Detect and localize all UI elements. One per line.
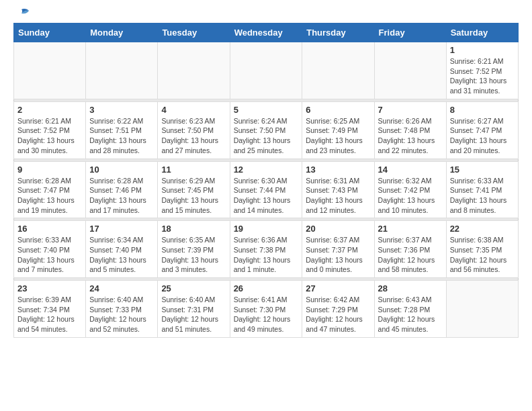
day-info: Sunrise: 6:33 AMSunset: 7:40 PMDaylight:… (17, 235, 82, 275)
calendar-week-row: 9Sunrise: 6:28 AMSunset: 7:47 PMDaylight… (14, 161, 519, 218)
day-info: Sunrise: 6:42 AMSunset: 7:29 PMDaylight:… (306, 295, 370, 334)
day-info: Sunrise: 6:33 AMSunset: 7:41 PMDaylight:… (450, 176, 515, 216)
day-info: Sunrise: 6:25 AMSunset: 7:49 PMDaylight:… (306, 116, 370, 156)
day-number: 24 (89, 283, 154, 293)
calendar-cell (158, 42, 230, 99)
day-number: 18 (161, 224, 226, 234)
calendar-cell: 11Sunrise: 6:29 AMSunset: 7:45 PMDayligh… (158, 161, 230, 218)
day-number: 23 (17, 283, 82, 293)
day-number: 10 (89, 165, 154, 175)
calendar-header-monday: Monday (86, 24, 158, 42)
day-number: 4 (161, 105, 226, 115)
calendar-week-row: 16Sunrise: 6:33 AMSunset: 7:40 PMDayligh… (14, 221, 519, 278)
day-info: Sunrise: 6:34 AMSunset: 7:40 PMDaylight:… (89, 235, 154, 275)
calendar-cell: 27Sunrise: 6:42 AMSunset: 7:29 PMDayligh… (302, 281, 374, 338)
day-info: Sunrise: 6:22 AMSunset: 7:51 PMDaylight:… (89, 116, 154, 156)
calendar-header-saturday: Saturday (446, 24, 518, 42)
day-number: 17 (89, 224, 154, 234)
day-number: 21 (378, 224, 443, 234)
day-number: 28 (378, 283, 443, 293)
day-info: Sunrise: 6:40 AMSunset: 7:33 PMDaylight:… (89, 295, 154, 334)
day-info: Sunrise: 6:31 AMSunset: 7:43 PMDaylight:… (306, 176, 370, 216)
calendar-cell: 24Sunrise: 6:40 AMSunset: 7:33 PMDayligh… (86, 281, 158, 338)
day-number: 12 (234, 165, 299, 175)
calendar-table: SundayMondayTuesdayWednesdayThursdayFrid… (13, 23, 519, 338)
day-number: 26 (234, 283, 299, 293)
day-number: 27 (306, 283, 370, 293)
calendar-cell: 17Sunrise: 6:34 AMSunset: 7:40 PMDayligh… (86, 221, 158, 278)
calendar-cell: 1Sunrise: 6:21 AMSunset: 7:52 PMDaylight… (446, 42, 518, 99)
calendar-week-row: 23Sunrise: 6:39 AMSunset: 7:34 PMDayligh… (14, 281, 519, 338)
calendar-cell: 21Sunrise: 6:37 AMSunset: 7:36 PMDayligh… (374, 221, 446, 278)
day-number: 19 (234, 224, 299, 234)
calendar-cell: 5Sunrise: 6:24 AMSunset: 7:50 PMDaylight… (230, 101, 302, 158)
day-number: 1 (450, 45, 515, 55)
logo-bird-icon (14, 8, 29, 20)
calendar-cell: 12Sunrise: 6:30 AMSunset: 7:44 PMDayligh… (230, 161, 302, 218)
day-number: 5 (234, 105, 299, 115)
day-info: Sunrise: 6:24 AMSunset: 7:50 PMDaylight:… (234, 116, 299, 156)
calendar-cell: 4Sunrise: 6:23 AMSunset: 7:50 PMDaylight… (158, 101, 230, 158)
calendar-cell: 26Sunrise: 6:41 AMSunset: 7:30 PMDayligh… (230, 281, 302, 338)
calendar-header-sunday: Sunday (14, 24, 86, 42)
page-header (13, 11, 519, 17)
day-number: 7 (378, 105, 443, 115)
calendar-cell (374, 42, 446, 99)
logo (13, 11, 29, 17)
calendar-cell: 2Sunrise: 6:21 AMSunset: 7:52 PMDaylight… (14, 101, 86, 158)
day-number: 9 (17, 165, 82, 175)
calendar-cell: 22Sunrise: 6:38 AMSunset: 7:35 PMDayligh… (446, 221, 518, 278)
day-number: 3 (89, 105, 154, 115)
day-info: Sunrise: 6:21 AMSunset: 7:52 PMDaylight:… (17, 116, 82, 156)
day-number: 14 (378, 165, 443, 175)
calendar-cell: 13Sunrise: 6:31 AMSunset: 7:43 PMDayligh… (302, 161, 374, 218)
day-info: Sunrise: 6:26 AMSunset: 7:48 PMDaylight:… (378, 116, 443, 156)
day-number: 6 (306, 105, 370, 115)
day-info: Sunrise: 6:38 AMSunset: 7:35 PMDaylight:… (450, 235, 515, 275)
calendar-cell: 6Sunrise: 6:25 AMSunset: 7:49 PMDaylight… (302, 101, 374, 158)
calendar-week-row: 1Sunrise: 6:21 AMSunset: 7:52 PMDaylight… (14, 42, 519, 99)
calendar-cell: 19Sunrise: 6:36 AMSunset: 7:38 PMDayligh… (230, 221, 302, 278)
day-info: Sunrise: 6:28 AMSunset: 7:47 PMDaylight:… (17, 176, 82, 216)
calendar-header-wednesday: Wednesday (230, 24, 302, 42)
day-info: Sunrise: 6:43 AMSunset: 7:28 PMDaylight:… (378, 295, 443, 334)
calendar-cell: 3Sunrise: 6:22 AMSunset: 7:51 PMDaylight… (86, 101, 158, 158)
calendar-cell: 28Sunrise: 6:43 AMSunset: 7:28 PMDayligh… (374, 281, 446, 338)
calendar-cell (302, 42, 374, 99)
calendar-header-friday: Friday (374, 24, 446, 42)
calendar-cell: 20Sunrise: 6:37 AMSunset: 7:37 PMDayligh… (302, 221, 374, 278)
calendar-cell: 8Sunrise: 6:27 AMSunset: 7:47 PMDaylight… (446, 101, 518, 158)
day-number: 13 (306, 165, 370, 175)
calendar-cell: 9Sunrise: 6:28 AMSunset: 7:47 PMDaylight… (14, 161, 86, 218)
day-number: 16 (17, 224, 82, 234)
calendar-header-thursday: Thursday (302, 24, 374, 42)
calendar-cell: 7Sunrise: 6:26 AMSunset: 7:48 PMDaylight… (374, 101, 446, 158)
day-info: Sunrise: 6:37 AMSunset: 7:37 PMDaylight:… (306, 235, 370, 275)
day-info: Sunrise: 6:28 AMSunset: 7:46 PMDaylight:… (89, 176, 154, 216)
calendar-cell: 23Sunrise: 6:39 AMSunset: 7:34 PMDayligh… (14, 281, 86, 338)
calendar-cell (446, 281, 518, 338)
day-info: Sunrise: 6:32 AMSunset: 7:42 PMDaylight:… (378, 176, 443, 216)
calendar-cell: 16Sunrise: 6:33 AMSunset: 7:40 PMDayligh… (14, 221, 86, 278)
calendar-cell: 25Sunrise: 6:40 AMSunset: 7:31 PMDayligh… (158, 281, 230, 338)
day-number: 25 (161, 283, 226, 293)
day-info: Sunrise: 6:35 AMSunset: 7:39 PMDaylight:… (161, 235, 226, 275)
day-info: Sunrise: 6:36 AMSunset: 7:38 PMDaylight:… (234, 235, 299, 275)
day-info: Sunrise: 6:21 AMSunset: 7:52 PMDaylight:… (450, 56, 515, 96)
day-info: Sunrise: 6:40 AMSunset: 7:31 PMDaylight:… (161, 295, 226, 334)
day-info: Sunrise: 6:41 AMSunset: 7:30 PMDaylight:… (234, 295, 299, 334)
day-number: 15 (450, 165, 515, 175)
day-info: Sunrise: 6:30 AMSunset: 7:44 PMDaylight:… (234, 176, 299, 216)
day-info: Sunrise: 6:27 AMSunset: 7:47 PMDaylight:… (450, 116, 515, 156)
calendar-header-tuesday: Tuesday (158, 24, 230, 42)
day-info: Sunrise: 6:39 AMSunset: 7:34 PMDaylight:… (17, 295, 82, 334)
calendar-cell (230, 42, 302, 99)
day-info: Sunrise: 6:29 AMSunset: 7:45 PMDaylight:… (161, 176, 226, 216)
calendar-cell: 10Sunrise: 6:28 AMSunset: 7:46 PMDayligh… (86, 161, 158, 218)
day-number: 20 (306, 224, 370, 234)
day-info: Sunrise: 6:37 AMSunset: 7:36 PMDaylight:… (378, 235, 443, 275)
calendar-cell: 18Sunrise: 6:35 AMSunset: 7:39 PMDayligh… (158, 221, 230, 278)
calendar-header-row: SundayMondayTuesdayWednesdayThursdayFrid… (14, 24, 519, 42)
day-number: 2 (17, 105, 82, 115)
calendar-cell: 15Sunrise: 6:33 AMSunset: 7:41 PMDayligh… (446, 161, 518, 218)
